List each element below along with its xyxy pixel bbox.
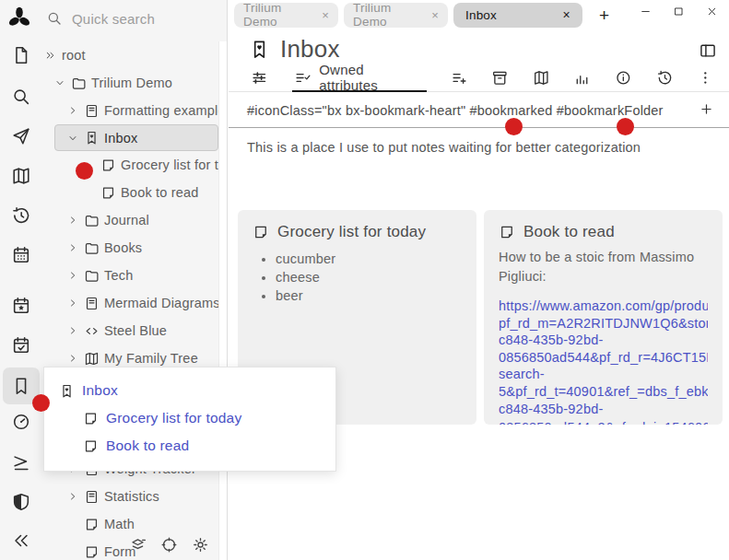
note-header: Inbox xyxy=(229,33,729,64)
chevrons-icon[interactable] xyxy=(11,453,31,473)
caret-down-icon[interactable] xyxy=(66,132,79,145)
owned-attributes-editor[interactable]: #iconClass="bx bx-bookmark-heart" #bookm… xyxy=(229,93,729,128)
minimize-icon[interactable] xyxy=(640,6,652,18)
quick-search-placeholder: Quick search xyxy=(72,11,155,27)
maximize-icon[interactable] xyxy=(673,6,685,18)
book-icon xyxy=(84,103,100,119)
caret-down-icon[interactable] xyxy=(53,76,66,89)
trilium-window: Quick search root Trilium Demo Formattin… xyxy=(0,0,729,560)
bookmarks-icon[interactable] xyxy=(11,376,31,396)
tree-item-statistics[interactable]: Statistics xyxy=(42,483,218,510)
note-icon xyxy=(100,158,116,173)
amazon-link[interactable]: https://www.amazon.com/gp/product/B pf_r… xyxy=(499,298,708,425)
close-tab-icon[interactable]: × xyxy=(563,7,570,22)
annotation-dot xyxy=(76,162,93,180)
double-chevron-right-icon[interactable] xyxy=(44,49,57,62)
collapse-sidebar-icon[interactable] xyxy=(11,531,31,551)
list-check-icon xyxy=(294,69,312,87)
caret-right-icon[interactable] xyxy=(66,324,79,337)
tab-inbox[interactable]: Inbox× xyxy=(453,3,582,28)
quick-search[interactable]: Quick search xyxy=(46,10,155,27)
map-icon[interactable] xyxy=(11,166,31,186)
tree-rows: root Trilium Demo Formatting example Inb… xyxy=(42,41,218,560)
calendar-icon[interactable] xyxy=(11,245,31,265)
card-title-row[interactable]: Grocery list for today xyxy=(253,223,462,241)
card-title-row[interactable]: Book to read xyxy=(499,223,708,241)
layers-icon[interactable] xyxy=(129,536,147,554)
new-tab-button[interactable]: + xyxy=(599,6,609,24)
attributes-text[interactable]: #iconClass="bx bx-bookmark-heart" #bookm… xyxy=(247,103,664,118)
settings-gear-icon[interactable] xyxy=(192,536,209,554)
archive-icon[interactable] xyxy=(491,69,509,87)
note-tree-panel: Quick search root Trilium Demo Formattin… xyxy=(42,0,228,560)
tree-item-mermaid-diagrams[interactable]: Mermaid Diagrams xyxy=(42,289,218,317)
note-icon xyxy=(83,438,99,454)
tree-item-journal[interactable]: Journal xyxy=(42,206,218,234)
window-controls xyxy=(640,6,718,18)
book-map-icon[interactable] xyxy=(533,69,550,87)
note-revisions-icon[interactable] xyxy=(656,69,674,87)
bar-chart-icon[interactable] xyxy=(573,69,591,87)
list-item: beer xyxy=(276,286,462,305)
calendar-star-icon[interactable] xyxy=(11,296,31,316)
folder-icon xyxy=(84,213,100,228)
caret-right-icon[interactable] xyxy=(66,241,79,254)
history-icon[interactable] xyxy=(11,205,31,226)
tree-actions xyxy=(129,536,209,554)
book-icon xyxy=(84,489,100,505)
code-icon xyxy=(84,323,100,339)
caret-right-icon[interactable] xyxy=(66,297,79,309)
list-item: cheese xyxy=(276,268,462,286)
caret-right-icon[interactable] xyxy=(66,104,79,117)
tree-item-inbox[interactable]: Inbox xyxy=(54,124,218,151)
popup-link-inbox[interactable]: Inbox xyxy=(44,377,335,404)
grocery-list: cucumber cheese beer xyxy=(253,250,462,305)
caret-right-icon[interactable] xyxy=(66,214,79,227)
basic-properties-sliders-icon[interactable] xyxy=(251,69,268,87)
jump-to-icon[interactable] xyxy=(11,126,31,146)
tree-item-formatting-example[interactable]: Formatting example xyxy=(42,97,218,124)
tree-item-book-to-read[interactable]: Book to read xyxy=(42,179,218,206)
annotation-dot xyxy=(32,394,50,412)
shield-icon[interactable] xyxy=(11,492,31,512)
popup-link-grocery-list[interactable]: Grocery list for today xyxy=(44,404,335,432)
annotation-dot xyxy=(505,118,523,135)
tab-trilium-demo-1[interactable]: Trilium Demo× xyxy=(234,3,338,28)
note-icon xyxy=(84,544,100,560)
annotation-dot xyxy=(617,118,634,135)
caret-right-icon[interactable] xyxy=(66,269,79,282)
note-icon xyxy=(83,411,99,426)
tree-item-root[interactable]: root xyxy=(42,41,218,69)
caret-right-icon[interactable] xyxy=(66,490,79,503)
target-icon[interactable] xyxy=(160,536,178,554)
list-item: cucumber xyxy=(276,250,462,268)
tree-item-grocery-list[interactable]: Grocery list for today xyxy=(42,151,218,179)
card-book-to-read[interactable]: Book to read How to be a stoic from Mass… xyxy=(484,210,723,425)
list-plus-icon[interactable] xyxy=(451,69,468,87)
calendar-check-icon[interactable] xyxy=(11,335,31,356)
close-window-icon[interactable] xyxy=(706,6,718,18)
tree-item-steel-blue[interactable]: Steel Blue xyxy=(42,317,218,344)
folder-icon xyxy=(84,268,100,284)
popup-link-book-to-read[interactable]: Book to read xyxy=(44,432,335,460)
note-title[interactable]: Inbox xyxy=(280,35,340,64)
tree-scrollbar[interactable] xyxy=(218,41,227,560)
tree-item-math[interactable]: Math xyxy=(42,510,218,538)
folder-icon xyxy=(84,240,100,256)
new-note-icon[interactable] xyxy=(11,45,31,65)
folder-icon xyxy=(71,76,87,91)
split-pane-icon[interactable] xyxy=(699,41,717,60)
tree-item-tech[interactable]: Tech xyxy=(42,262,218,289)
info-icon[interactable] xyxy=(615,69,632,87)
tab-owned-attributes[interactable]: Owned attributes xyxy=(292,64,427,92)
tab-trilium-demo-2[interactable]: Trilium Demo× xyxy=(344,3,448,28)
close-tab-icon[interactable]: × xyxy=(431,8,439,22)
tree-item-books[interactable]: Books xyxy=(42,234,218,262)
close-tab-icon[interactable]: × xyxy=(322,8,329,22)
caret-right-icon[interactable] xyxy=(66,352,79,365)
dashboard-gauge-icon[interactable] xyxy=(11,412,31,432)
tree-item-trilium-demo[interactable]: Trilium Demo xyxy=(42,69,218,97)
add-attribute-icon[interactable] xyxy=(699,101,714,117)
search-icon[interactable] xyxy=(11,87,31,107)
kebab-menu-icon[interactable] xyxy=(697,69,714,87)
